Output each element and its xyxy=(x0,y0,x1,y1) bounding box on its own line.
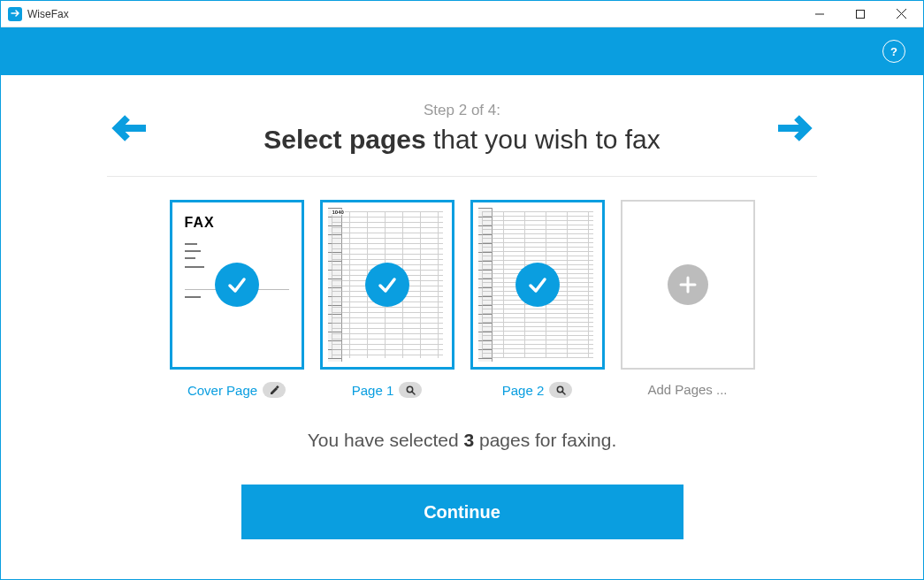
page-thumb-2[interactable] xyxy=(470,200,605,370)
selection-summary: You have selected 3 pages for faxing. xyxy=(107,430,817,451)
prev-step-button[interactable] xyxy=(107,111,157,146)
selected-check-icon xyxy=(365,263,409,307)
summary-count: 3 xyxy=(463,430,474,450)
page-title-rest: that you wish to fax xyxy=(426,125,661,154)
edit-cover-button[interactable] xyxy=(263,382,286,398)
page-label-row: Cover Page xyxy=(170,382,304,398)
zoom-page-1-button[interactable] xyxy=(399,382,422,398)
pages-grid: FAX Cover Page xyxy=(107,200,817,398)
help-icon: ? xyxy=(890,45,897,58)
cover-fax-heading: FAX xyxy=(185,215,215,231)
page-card-cover: FAX Cover Page xyxy=(170,200,304,398)
help-button[interactable]: ? xyxy=(882,40,905,63)
window-controls xyxy=(799,1,921,27)
form-number-label: 1040 xyxy=(332,210,345,215)
add-pages-label[interactable]: Add Pages ... xyxy=(647,382,727,397)
page-label-1[interactable]: Page 1 xyxy=(352,383,394,398)
arrow-left-icon xyxy=(111,111,152,146)
summary-suffix: pages for faxing. xyxy=(474,430,616,450)
summary-prefix: You have selected xyxy=(308,430,464,450)
svg-line-6 xyxy=(412,392,415,394)
page-card-add: Add Pages ... xyxy=(621,200,755,398)
window-titlebar: WiseFax xyxy=(1,1,923,27)
window-close-button[interactable] xyxy=(881,1,921,27)
plus-icon xyxy=(668,264,708,305)
page-title-bold: Select pages xyxy=(263,125,425,154)
window-maximize-button[interactable] xyxy=(840,1,881,27)
window-title: WiseFax xyxy=(27,8,69,20)
arrow-right-icon xyxy=(772,111,813,146)
step-counter: Step 2 of 4: xyxy=(157,102,767,119)
next-step-button[interactable] xyxy=(767,111,817,146)
page-label-cover[interactable]: Cover Page xyxy=(187,383,257,398)
wizard-title-block: Step 2 of 4: Select pages that you wish … xyxy=(157,102,767,155)
page-label-row: Page 2 xyxy=(470,382,605,398)
svg-line-8 xyxy=(562,392,565,394)
wizard-content: Step 2 of 4: Select pages that you wish … xyxy=(1,75,923,539)
page-label-2[interactable]: Page 2 xyxy=(502,383,545,398)
page-card-2: Page 2 xyxy=(470,200,605,398)
app-header: ? xyxy=(1,27,923,75)
zoom-page-2-button[interactable] xyxy=(549,382,572,398)
window-minimize-button[interactable] xyxy=(799,1,840,27)
svg-line-3 xyxy=(897,9,906,19)
page-thumb-cover[interactable]: FAX xyxy=(170,200,304,370)
page-thumb-1[interactable]: 1040 xyxy=(320,200,454,370)
page-card-1: 1040 Page 1 xyxy=(320,200,454,398)
page-title: Select pages that you wish to fax xyxy=(157,125,767,155)
page-label-row: Add Pages ... xyxy=(621,382,755,397)
add-pages-button[interactable] xyxy=(621,200,755,370)
app-icon xyxy=(8,7,22,21)
continue-button[interactable]: Continue xyxy=(241,485,683,539)
selected-check-icon xyxy=(515,263,560,307)
magnifier-icon xyxy=(556,385,566,395)
magnifier-icon xyxy=(406,385,416,395)
wizard-header-row: Step 2 of 4: Select pages that you wish … xyxy=(107,96,817,177)
svg-rect-1 xyxy=(857,10,865,18)
pencil-icon xyxy=(270,385,279,395)
titlebar-left: WiseFax xyxy=(8,7,69,21)
selected-check-icon xyxy=(215,263,259,307)
page-label-row: Page 1 xyxy=(320,382,454,398)
svg-line-2 xyxy=(897,9,906,19)
